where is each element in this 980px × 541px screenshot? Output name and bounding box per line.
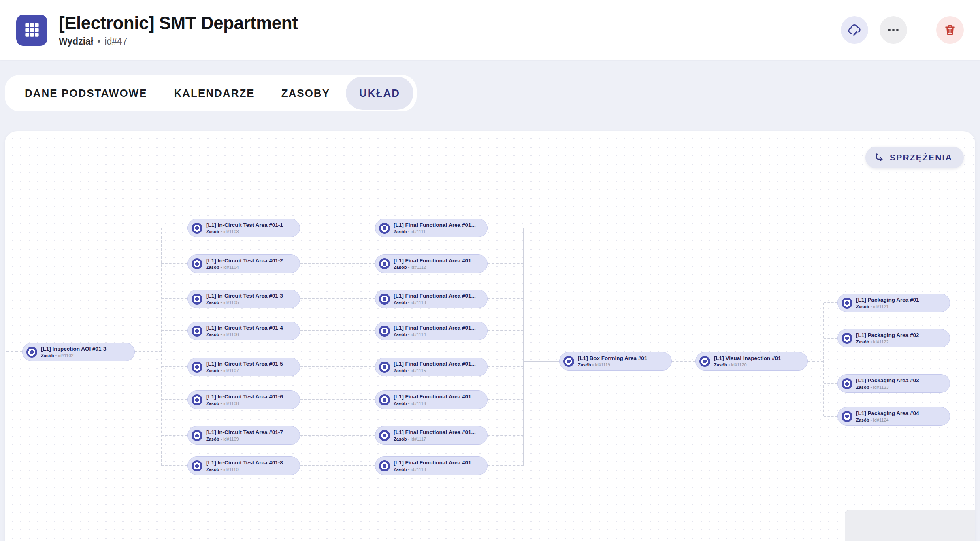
diagram-node[interactable]: [L1] Final Functional Area #01...Zasób •… — [375, 219, 488, 237]
resource-ring-icon — [379, 294, 390, 305]
node-title: [L1] Visual inspection #01 — [714, 355, 781, 362]
node-title: [L1] Box Forming Area #01 — [578, 355, 647, 362]
node-title: [L1] Final Functional Area #01... — [394, 222, 476, 228]
page-subtitle: Wydział • id#47 — [59, 36, 298, 47]
title-block: [Electronic] SMT Department Wydział • id… — [59, 13, 298, 47]
diagram-node[interactable]: [L1] Final Functional Area #01...Zasób •… — [375, 456, 488, 475]
node-text: [L1] Final Functional Area #01...Zasób •… — [394, 460, 476, 472]
node-title: [L1] In-Circuit Test Area #01-5 — [206, 361, 283, 367]
diagram-node[interactable]: [L1] Packaging Area #01Zasób • id#1121 — [837, 294, 950, 312]
node-text: [L1] Packaging Area #03Zasób • id#1123 — [856, 377, 919, 390]
diagram-node[interactable]: [L1] In-Circuit Test Area #01-3Zasób • i… — [187, 290, 300, 308]
node-title: [L1] In-Circuit Test Area #01-6 — [206, 394, 283, 400]
diagram-node[interactable]: [L1] Box Forming Area #01Zasób • id#1119 — [559, 352, 672, 371]
diagram-node[interactable]: [L1] Final Functional Area #01...Zasób •… — [375, 390, 488, 409]
node-subtitle: Zasób • id#1115 — [394, 368, 476, 373]
diagram-node[interactable]: [L1] Packaging Area #04Zasób • id#1124 — [837, 407, 950, 426]
connection-line — [6, 351, 22, 352]
diagram-node[interactable]: [L1] In-Circuit Test Area #01-7Zasób • i… — [187, 426, 300, 445]
connection-line — [824, 338, 837, 339]
node-subtitle: Zasób • id#1124 — [856, 418, 919, 422]
node-text: [L1] In-Circuit Test Area #01-4Zasób • i… — [206, 325, 283, 337]
tab-bar: DANE PODSTAWOWE KALENDARZE ZASOBY UKŁAD — [5, 75, 417, 111]
connection-line — [300, 228, 375, 228]
node-title: [L1] In-Circuit Test Area #01-8 — [206, 460, 283, 466]
delete-button[interactable] — [936, 16, 964, 44]
resource-ring-icon — [842, 333, 852, 344]
connection-line — [161, 228, 187, 228]
connection-line — [300, 366, 375, 367]
resource-ring-icon — [842, 298, 852, 309]
diagram-node[interactable]: [L1] In-Circuit Test Area #01-1Zasób • i… — [187, 219, 300, 237]
connection-line — [672, 361, 695, 362]
diagram-node[interactable]: [L1] Final Functional Area #01...Zasób •… — [375, 426, 488, 445]
node-subtitle: Zasób • id#1119 — [578, 363, 647, 367]
node-subtitle: Zasób • id#1109 — [206, 437, 283, 441]
connection-line — [824, 383, 837, 384]
corner-arrow-icon — [873, 152, 884, 163]
diagram-node[interactable]: [L1] In-Circuit Test Area #01-8Zasób • i… — [187, 456, 300, 475]
node-text: [L1] Final Functional Area #01...Zasób •… — [394, 429, 476, 441]
node-title: [L1] In-Circuit Test Area #01-2 — [206, 258, 283, 264]
connection-line — [488, 366, 524, 367]
minimap-panel[interactable] — [845, 510, 975, 541]
connection-line — [300, 263, 375, 264]
tab-dane-podstawowe[interactable]: DANE PODSTAWOWE — [11, 75, 161, 111]
connection-line — [161, 366, 187, 367]
node-subtitle: Zasób • id#1120 — [714, 363, 781, 367]
diagram-node[interactable]: [L1] In-Circuit Test Area #01-6Zasób • i… — [187, 390, 300, 409]
diagram-node[interactable]: [L1] Final Functional Area #01...Zasób •… — [375, 254, 488, 273]
diagram-node[interactable]: [L1] Packaging Area #02Zasób • id#1122 — [837, 329, 950, 347]
node-title: [L1] Packaging Area #02 — [856, 332, 919, 339]
node-text: [L1] In-Circuit Test Area #01-2Zasób • i… — [206, 258, 283, 270]
connection-line — [161, 465, 187, 466]
resource-ring-icon — [379, 430, 390, 441]
node-subtitle: Zasób • id#1111 — [394, 230, 476, 234]
diagram-node[interactable]: [L1] In-Circuit Test Area #01-2Zasób • i… — [187, 254, 300, 273]
connection-line — [161, 263, 187, 264]
resource-ring-icon — [192, 294, 202, 305]
subtitle-separator: • — [97, 36, 100, 47]
diagram-node[interactable]: [L1] Final Functional Area #01...Zasób •… — [375, 322, 488, 340]
resource-ring-icon — [192, 362, 202, 373]
diagram-node[interactable]: [L1] Packaging Area #03Zasób • id#1123 — [837, 374, 950, 393]
node-subtitle: Zasób • id#1114 — [394, 332, 476, 337]
node-title: [L1] In-Circuit Test Area #01-7 — [206, 429, 283, 436]
cloud-sync-button[interactable] — [841, 16, 868, 44]
connection-line — [300, 435, 375, 436]
node-title: [L1] Final Functional Area #01... — [394, 293, 476, 299]
connection-line — [488, 228, 524, 228]
diagram-node[interactable]: [L1] Visual inspection #01Zasób • id#112… — [695, 352, 808, 371]
resource-ring-icon — [26, 347, 37, 358]
resource-ring-icon — [699, 356, 710, 367]
node-title: [L1] Inspection AOI #01-3 — [41, 346, 107, 352]
connection-line — [135, 351, 161, 352]
node-title: [L1] Final Functional Area #01... — [394, 258, 476, 264]
resource-ring-icon — [379, 326, 390, 337]
resource-ring-icon — [192, 326, 202, 337]
resource-ring-icon — [192, 223, 202, 234]
node-text: [L1] Final Functional Area #01...Zasób •… — [394, 293, 476, 305]
resource-ring-icon — [379, 258, 390, 269]
resource-ring-icon — [379, 460, 390, 471]
diagram-node[interactable]: [L1] In-Circuit Test Area #01-5Zasób • i… — [187, 358, 300, 376]
diagram-node[interactable]: [L1] Inspection AOI #01-3Zasób • id#1102 — [22, 343, 135, 361]
diagram-canvas[interactable]: [L1] Inspection AOI #01-3Zasób • id#1102… — [5, 131, 975, 541]
node-text: [L1] In-Circuit Test Area #01-3Zasób • i… — [206, 293, 283, 305]
connection-line — [161, 330, 187, 331]
page-title: [Electronic] SMT Department — [59, 13, 298, 33]
node-subtitle: Zasób • id#1118 — [394, 467, 476, 472]
tab-uklad[interactable]: UKŁAD — [346, 77, 413, 110]
building-grid-icon — [16, 15, 47, 46]
tab-zasoby[interactable]: ZASOBY — [268, 75, 343, 111]
couplings-button[interactable]: SPRZĘŻENIA — [865, 147, 964, 168]
tab-kalendarze[interactable]: KALENDARZE — [161, 75, 268, 111]
diagram-node[interactable]: [L1] Final Functional Area #01...Zasób •… — [375, 290, 488, 308]
diagram-node[interactable]: [L1] In-Circuit Test Area #01-4Zasób • i… — [187, 322, 300, 340]
node-subtitle: Zasób • id#1110 — [206, 467, 283, 472]
more-options-button[interactable] — [880, 16, 907, 44]
building-grid-icon-glyph — [23, 21, 40, 38]
resource-ring-icon — [192, 394, 202, 405]
diagram-node[interactable]: [L1] Final Functional Area #01...Zasób •… — [375, 358, 488, 376]
node-text: [L1] In-Circuit Test Area #01-1Zasób • i… — [206, 222, 283, 234]
